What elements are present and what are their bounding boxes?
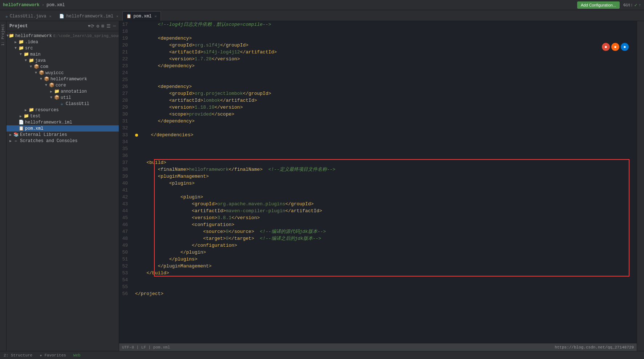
line-num-30: 30 — [122, 111, 128, 118]
tree-icon-14: 📄 — [18, 120, 24, 125]
chrome-icon[interactable]: ● — [602, 43, 610, 51]
line-num-38: 38 — [122, 166, 128, 173]
line-num-17: 17 — [122, 21, 128, 28]
line-num-50: 50 — [122, 249, 128, 256]
tree-arrow-10: ▼ — [49, 96, 54, 100]
line-num-19: 19 — [122, 35, 128, 42]
bottom-tab-web[interactable]: Web — [70, 352, 84, 358]
line-num-22: 22 — [122, 56, 128, 62]
tree-item-6[interactable]: ▼📦wuyiccc — [7, 70, 119, 76]
line-num-26: 26 — [122, 83, 128, 90]
tab-pomxml-close[interactable]: ✕ — [155, 14, 157, 19]
code-line-27: <groupId>org.projectlombok</groupId> — [135, 90, 634, 97]
line-num-49: 49 — [122, 242, 128, 249]
tree-item-16[interactable]: ▶📚External Libraries — [7, 132, 119, 138]
tree-item-5[interactable]: ▼📦com — [7, 64, 119, 70]
tree-item-2[interactable]: ▼📁src — [7, 45, 119, 51]
code-line-35 — [135, 145, 634, 152]
code-line-51: </plugins> — [135, 256, 634, 263]
tree-item-3[interactable]: ▼📁main — [7, 51, 119, 57]
line-num-36: 36 — [122, 152, 128, 159]
settings-icon[interactable]: ☰ — [106, 23, 111, 29]
tab-helloframework-icon: 📄 — [59, 14, 64, 19]
line-num-23: 23 — [122, 62, 128, 69]
line-num-43: 43 — [122, 201, 128, 207]
code-line-40: <plugins> — [135, 180, 634, 187]
tree-item-12[interactable]: ▶📁resources — [7, 107, 119, 113]
status-right: https://blog.csdn.net/qq_27148729 — [555, 345, 634, 350]
code-line-22: <version>1.7.28</version> — [135, 56, 634, 62]
tree-label-8: core — [56, 83, 66, 88]
line-num-42: 42 — [122, 194, 128, 201]
line-num-34: 34 — [122, 138, 128, 145]
tree-arrow-7: ▼ — [39, 77, 44, 81]
tree-arrow-17: ▶ — [8, 139, 13, 143]
code-line-50: </plugin> — [135, 249, 634, 256]
tree-item-10[interactable]: ▼📦util — [7, 94, 119, 101]
tree-item-15[interactable]: 📋pom.xml — [7, 125, 119, 132]
line-num-18: 18 — [122, 28, 128, 35]
code-line-32 — [135, 125, 634, 132]
tree-label-6: wuyiccc — [45, 70, 64, 76]
line-num-55: 55 — [122, 283, 128, 290]
code-line-28: <artifactId>lombok</artifactId> — [135, 97, 634, 104]
git-check-icon: ✓ — [635, 2, 637, 8]
code-line-29: <version>1.18.10</version> — [135, 104, 634, 111]
tab-classutil[interactable]: ☕ ClassUtil.java ✕ — [1, 11, 55, 21]
tab-pomxml-icon: 📋 — [126, 14, 131, 19]
tree-icon-13: 📁 — [23, 113, 29, 119]
tree-item-8[interactable]: ▼📦core — [7, 82, 119, 88]
code-line-20: <groupId>org.slf4j</groupId> — [135, 42, 634, 49]
sync-icon[interactable]: ⟳ — [90, 23, 94, 29]
tab-pomxml[interactable]: 📋 pom.xml ✕ — [122, 11, 161, 21]
code-line-44: <artifactId>maven-compiler-plugin</artif… — [135, 207, 634, 214]
edge-icon[interactable]: ● — [621, 43, 629, 51]
sidebar-content: ▼📁helloframeworkE:\code_learn\10_spring_… — [7, 31, 119, 351]
code-line-17: <!--log4j日志文件依赖，默认scope=compile--> — [135, 21, 634, 28]
tree-arrow-13: ▶ — [18, 114, 23, 118]
minimize-icon[interactable]: — — [113, 23, 116, 29]
tree-item-1[interactable]: ▶📁.idea — [7, 39, 119, 45]
bottom-tab-structure[interactable]: 2: Structure — [0, 352, 36, 358]
code-line-37: <build> — [135, 159, 634, 166]
body-layout: 1: Project Project ▼ ⟳ ⚙ ⊞ ☰ — ▼📁hellofr… — [0, 21, 644, 351]
tree-item-7[interactable]: ▼📦helloframework — [7, 76, 119, 82]
code-container[interactable]: 1718192021222324252627282930313233343536… — [119, 21, 637, 343]
code-line-31: </dependency> — [135, 118, 634, 125]
gear-icon[interactable]: ⚙ — [97, 23, 100, 29]
tree-icon-0: 📁 — [9, 33, 14, 39]
code-line-45: <version>3.8.1</version> — [135, 214, 634, 221]
tree-label-13: test — [30, 114, 41, 119]
code-line-46: <configuration> — [135, 221, 634, 228]
tree-item-13[interactable]: ▶📁test — [7, 113, 119, 119]
tree-item-0[interactable]: ▼📁helloframeworkE:\code_learn\10_spring_… — [7, 33, 119, 39]
sidebar-header: Project ▼ ⟳ ⚙ ⊞ ☰ — — [7, 21, 119, 31]
tree-icon-9: 📁 — [54, 89, 60, 94]
tree-item-14[interactable]: 📄helloframework.iml — [7, 119, 119, 125]
vtab-project[interactable]: 1: Project — [0, 21, 6, 49]
code-line-43: <groupId>org.apache.maven.plugins</group… — [135, 201, 634, 207]
line-num-24: 24 — [122, 69, 128, 76]
code-line-38: <finalName>helloframework</finalName> <!… — [135, 166, 634, 173]
line-num-33: 33 — [122, 132, 128, 138]
tree-icon-3: 📁 — [23, 52, 29, 57]
tab-helloframework[interactable]: 📄 helloframework.iml ✕ — [55, 11, 122, 21]
status-bar: UTF-8 | LF | pom.xml https://blog.csdn.n… — [119, 343, 637, 351]
tree-item-11[interactable]: ☕ClassUtil — [7, 101, 119, 107]
title-bar-left: helloframework › pom.xml — [3, 3, 65, 8]
tree-item-4[interactable]: ▼📁java — [7, 57, 119, 64]
tree-item-17[interactable]: ▶✏️Scratches and Consoles — [7, 138, 119, 144]
tree-arrow-12: ▶ — [23, 108, 28, 112]
bottom-tab-favorites[interactable]: ★ Favorites — [36, 352, 70, 358]
line-num-41: 41 — [122, 187, 128, 194]
bookmark-dot-33 — [135, 134, 138, 137]
firefox-icon[interactable]: ● — [611, 43, 619, 51]
tab-pomxml-label: pom.xml — [133, 14, 151, 19]
tree-item-9[interactable]: ▶📁annotation — [7, 88, 119, 94]
code-line-48: <target>8</target> <!--编译之后的jdk版本--> — [135, 235, 634, 242]
add-config-button[interactable]: Add Configuration... — [577, 1, 620, 9]
tab-classutil-close[interactable]: ✕ — [49, 14, 51, 19]
tab-helloframework-close[interactable]: ✕ — [116, 14, 118, 19]
line-num-28: 28 — [122, 97, 128, 104]
filter-icon[interactable]: ⊞ — [101, 23, 104, 29]
